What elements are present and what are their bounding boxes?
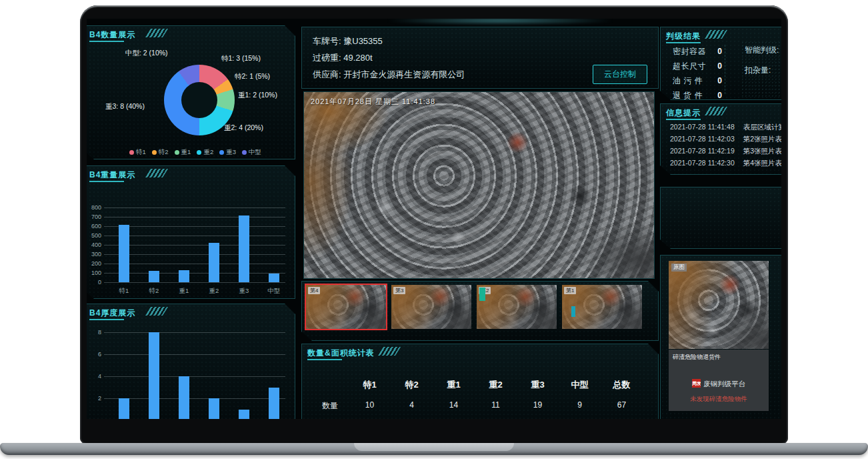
thickness-bar-chart: 2468特1特2重1重2重3中型 (87, 304, 295, 419)
cell: 14 (433, 400, 475, 412)
grading-label: 超长尺寸 (673, 61, 710, 72)
plate-label: 车牌号: (313, 36, 341, 46)
log-time: 2021-07-28 11:41:48 (670, 123, 735, 131)
supplier-label: 供应商: (313, 69, 341, 79)
camera-timestamp: 2021年07月28日 星期三 11:41:38 (311, 97, 435, 107)
plate-value: 豫U35355 (343, 36, 383, 46)
messages-panel-title: 信息提示 (666, 107, 701, 119)
thumbnail-photo-2[interactable]: 第2 (477, 285, 557, 329)
grading-item: 密封容器 0 (673, 46, 722, 57)
divider (725, 45, 725, 94)
legend-item[interactable]: 中型 (242, 148, 261, 157)
deduction-label: 扣杂量: (745, 65, 771, 76)
brand-logo-icon: 周发 (692, 379, 701, 388)
detection-marker (571, 306, 575, 317)
log-text: 第2张照片表层开 (743, 135, 781, 143)
weigh-label: 过磅重: (313, 53, 341, 63)
th-te1: 特1 (349, 379, 391, 391)
legend-label: 特1 (136, 148, 146, 157)
pie-label-zh1: 重1: 2 (10%) (238, 91, 277, 100)
grading-label: 密封容器 (673, 46, 710, 57)
grading-label: 油 污 件 (673, 75, 710, 87)
legend-item[interactable]: 重2 (197, 148, 213, 157)
legend-label: 重1 (181, 148, 191, 157)
donut-hole (181, 82, 217, 118)
cell: 19 (517, 400, 559, 412)
log-text: 第3张照片表层开 (743, 147, 781, 155)
cell: 67 (601, 400, 643, 412)
th-zh2: 重2 (475, 379, 517, 391)
row-label: 数量 (309, 400, 349, 412)
thumbnail-badge: 第1 (564, 287, 576, 294)
grading-value: 0 (717, 91, 722, 100)
legend-item[interactable]: 特2 (152, 148, 169, 157)
pie-label-mid: 中型: 2 (10%) (125, 49, 168, 58)
legend-item[interactable]: 重1 (175, 148, 191, 157)
pie-label-zh3: 重3: 8 (40%) (105, 102, 145, 111)
log-time: 2021-07-28 11:42:30 (670, 159, 735, 167)
supplier-line: 供应商: 开封市金火源再生资源有限公司 (313, 69, 465, 81)
brand-line: 周发废钢判级平台 (669, 379, 769, 389)
legend-label: 重2 (203, 148, 213, 157)
log-entry: 2021-07-28 11:42:03 第2张照片表层开 (670, 135, 781, 144)
legend-item[interactable]: 特1 (129, 148, 146, 157)
statistics-table-panel: 数量&面积统计表 特1 特2 重1 重2 重3 中型 总数 数量 10 4 14 (301, 344, 659, 419)
log-entry: 2021-07-28 11:41:48 表层区域计算成 (670, 123, 781, 132)
cell: 10 (349, 400, 391, 412)
thumbnail-photo-4[interactable]: 第4 (306, 285, 386, 329)
log-entry: 2021-07-28 11:42:19 第3张照片表层开 (670, 147, 781, 156)
panel-deco-icon (705, 107, 727, 115)
hazard-warning-text: 未发现碎渣危险物件 (669, 395, 769, 404)
panel-deco-icon (145, 29, 168, 37)
quantity-panel-title: B4数量展示 (89, 29, 135, 41)
log-time: 2021-07-28 11:42:19 (670, 147, 735, 155)
hazard-result-panel: 原图 碎渣危险物退货件 周发废钢判级平台 未发现碎渣危险物件 (660, 255, 781, 419)
th-te2: 特2 (391, 379, 433, 391)
laptop-display: B4数量展示 中型: 2 (10%) 特1: 3 (15%) 特2: 1 (5%… (87, 19, 781, 419)
log-text: 第4张照片表层开 (743, 159, 781, 167)
grading-value: 0 (717, 47, 722, 56)
quantity-panel: B4数量展示 中型: 2 (10%) 特1: 3 (15%) 特2: 1 (5%… (87, 25, 295, 159)
cell: 4 (391, 400, 433, 412)
pie-label-zh2: 重2: 4 (20%) (224, 123, 263, 133)
platform-name: 废钢判级平台 (703, 380, 745, 388)
legend-label: 重3 (226, 148, 236, 157)
info-message-panel: 信息提示 2021-07-28 11:41:48 表层区域计算成 2021-07… (660, 103, 781, 175)
detection-marker (479, 288, 485, 301)
legend-dot-icon (129, 150, 134, 155)
legend-dot-icon (152, 150, 157, 155)
main-camera-feed: 2021年07月28日 星期三 11:41:38 (303, 91, 655, 279)
panel-deco-icon (378, 347, 401, 356)
legend-dot-icon (175, 150, 179, 155)
grading-panel-title: 判级结果 (666, 31, 701, 42)
th-blank (309, 379, 349, 391)
legend-dot-icon (197, 150, 201, 155)
thumbnail-photo-3[interactable]: 第3 (391, 285, 471, 329)
table-row-quantity: 数量 10 4 14 11 19 9 67 (309, 400, 643, 412)
laptop-base (0, 443, 868, 455)
ptz-control-button[interactable]: 云台控制 (593, 65, 647, 84)
pie-label-te2: 特2: 1 (5%) (235, 72, 270, 81)
grading-item: 油 污 件 0 (673, 75, 722, 87)
table-title: 数量&面积统计表 (307, 348, 375, 359)
legend-item[interactable]: 重3 (219, 148, 236, 157)
thumbnail-strip: 第4 第3 第2 第1 (301, 281, 659, 341)
log-time: 2021-07-28 11:42:03 (670, 135, 735, 143)
cell: 9 (559, 400, 601, 412)
thickness-panel: B4厚度展示 2468特1特2重1重2重3中型 (87, 304, 295, 419)
original-photo[interactable]: 原图 (669, 261, 769, 349)
pie-label-te1: 特1: 3 (15%) (221, 54, 261, 63)
th-zh3: 重3 (517, 379, 559, 391)
legend-label: 中型 (249, 148, 261, 157)
weight-line: 过磅重: 49.280t (313, 52, 373, 64)
grading-item: 退 货 件 0 (673, 90, 722, 101)
plate-line: 车牌号: 豫U35355 (313, 35, 383, 47)
legend-dot-icon (242, 150, 247, 155)
th-total: 总数 (601, 379, 643, 391)
grading-item: 超长尺寸 0 (673, 61, 722, 72)
original-photo-tag: 原图 (671, 264, 687, 272)
thumbnail-photo-1[interactable]: 第1 (562, 285, 642, 329)
panel-deco-icon (705, 30, 727, 39)
weight-bar-chart: 0100200300400500600700800特1特2重1重2重3中型 (87, 166, 295, 298)
dashboard: B4数量展示 中型: 2 (10%) 特1: 3 (15%) 特2: 1 (5%… (87, 19, 781, 419)
